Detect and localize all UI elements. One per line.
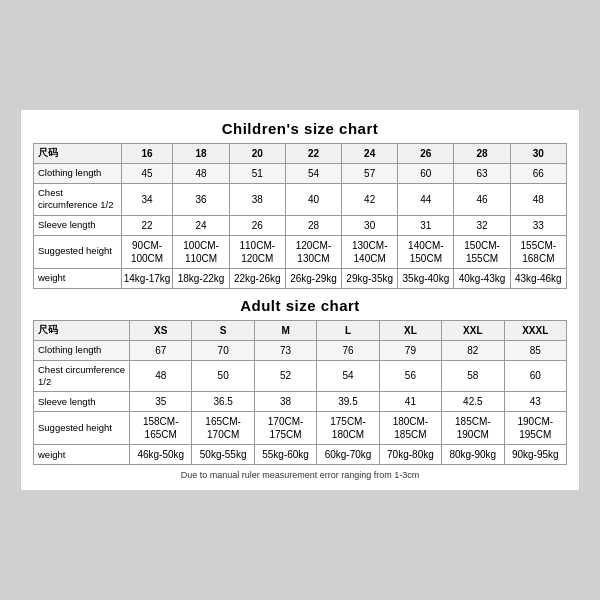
children-cell: 43kg-46kg bbox=[510, 268, 566, 288]
children-cell: 40kg-43kg bbox=[454, 268, 510, 288]
children-cell: 51 bbox=[229, 163, 285, 183]
adult-row-label: weight bbox=[34, 445, 130, 465]
children-cell: 100CM-110CM bbox=[173, 235, 229, 268]
adult-table-row: Sleeve length3536.53839.54142.543 bbox=[34, 392, 567, 412]
children-cell: 28 bbox=[285, 215, 341, 235]
adult-cell: 70 bbox=[192, 340, 254, 360]
children-cell: 130CM-140CM bbox=[342, 235, 398, 268]
children-cell: 140CM-150CM bbox=[398, 235, 454, 268]
adult-cell: 80kg-90kg bbox=[442, 445, 504, 465]
children-cell: 22kg-26kg bbox=[229, 268, 285, 288]
children-col-header-0: 尺码 bbox=[34, 143, 122, 163]
adult-cell: 85 bbox=[504, 340, 566, 360]
children-cell: 33 bbox=[510, 215, 566, 235]
children-cell: 34 bbox=[121, 183, 173, 215]
footnote: Due to manual ruler measurement error ra… bbox=[33, 470, 567, 480]
children-row-label: Suggested height bbox=[34, 235, 122, 268]
children-cell: 44 bbox=[398, 183, 454, 215]
children-col-header-2: 18 bbox=[173, 143, 229, 163]
children-cell: 90CM-100CM bbox=[121, 235, 173, 268]
children-table-row: Chest circumference 1/23436384042444648 bbox=[34, 183, 567, 215]
children-col-header-4: 22 bbox=[285, 143, 341, 163]
children-cell: 110CM-120CM bbox=[229, 235, 285, 268]
children-cell: 36 bbox=[173, 183, 229, 215]
children-cell: 38 bbox=[229, 183, 285, 215]
children-cell: 57 bbox=[342, 163, 398, 183]
adult-table-row: weight46kg-50kg50kg-55kg55kg-60kg60kg-70… bbox=[34, 445, 567, 465]
adult-cell: 73 bbox=[254, 340, 316, 360]
children-row-label: Sleeve length bbox=[34, 215, 122, 235]
children-chart-title: Children's size chart bbox=[33, 120, 567, 137]
children-col-header-1: 16 bbox=[121, 143, 173, 163]
adult-cell: 56 bbox=[379, 360, 441, 392]
adult-cell: 60kg-70kg bbox=[317, 445, 379, 465]
children-cell: 66 bbox=[510, 163, 566, 183]
children-cell: 155CM-168CM bbox=[510, 235, 566, 268]
children-cell: 45 bbox=[121, 163, 173, 183]
children-cell: 14kg-17kg bbox=[121, 268, 173, 288]
adult-cell: 54 bbox=[317, 360, 379, 392]
adult-table: 尺码 XS S M L XL XXL XXXL Clothing length6… bbox=[33, 320, 567, 466]
children-cell: 120CM-130CM bbox=[285, 235, 341, 268]
adult-col-header-2: S bbox=[192, 320, 254, 340]
children-col-header-8: 30 bbox=[510, 143, 566, 163]
children-cell: 150CM-155CM bbox=[454, 235, 510, 268]
adult-cell: 82 bbox=[442, 340, 504, 360]
children-cell: 40 bbox=[285, 183, 341, 215]
adult-table-row: Suggested height158CM-165CM165CM-170CM17… bbox=[34, 412, 567, 445]
adult-cell: 90kg-95kg bbox=[504, 445, 566, 465]
children-table-row: Sleeve length2224262830313233 bbox=[34, 215, 567, 235]
adult-row-label: Clothing length bbox=[34, 340, 130, 360]
adult-row-label: Chest circumference 1/2 bbox=[34, 360, 130, 392]
children-cell: 35kg-40kg bbox=[398, 268, 454, 288]
adult-cell: 70kg-80kg bbox=[379, 445, 441, 465]
children-cell: 18kg-22kg bbox=[173, 268, 229, 288]
children-cell: 63 bbox=[454, 163, 510, 183]
children-col-header-3: 20 bbox=[229, 143, 285, 163]
adult-cell: 41 bbox=[379, 392, 441, 412]
adult-cell: 50kg-55kg bbox=[192, 445, 254, 465]
adult-col-header-1: XS bbox=[130, 320, 192, 340]
adult-cell: 50 bbox=[192, 360, 254, 392]
adult-cell: 43 bbox=[504, 392, 566, 412]
children-cell: 46 bbox=[454, 183, 510, 215]
children-row-label: Chest circumference 1/2 bbox=[34, 183, 122, 215]
children-cell: 26kg-29kg bbox=[285, 268, 341, 288]
children-cell: 22 bbox=[121, 215, 173, 235]
adult-cell: 36.5 bbox=[192, 392, 254, 412]
children-cell: 31 bbox=[398, 215, 454, 235]
adult-table-row: Chest circumference 1/248505254565860 bbox=[34, 360, 567, 392]
adult-cell: 165CM-170CM bbox=[192, 412, 254, 445]
adult-col-header-6: XXL bbox=[442, 320, 504, 340]
adult-cell: 76 bbox=[317, 340, 379, 360]
adult-cell: 42.5 bbox=[442, 392, 504, 412]
children-cell: 48 bbox=[510, 183, 566, 215]
children-cell: 26 bbox=[229, 215, 285, 235]
adult-cell: 52 bbox=[254, 360, 316, 392]
adult-cell: 185CM-190CM bbox=[442, 412, 504, 445]
children-table: 尺码 16 18 20 22 24 26 28 30 Clothing leng… bbox=[33, 143, 567, 289]
adult-cell: 67 bbox=[130, 340, 192, 360]
adult-cell: 170CM-175CM bbox=[254, 412, 316, 445]
adult-cell: 158CM-165CM bbox=[130, 412, 192, 445]
children-row-label: Clothing length bbox=[34, 163, 122, 183]
adult-col-header-0: 尺码 bbox=[34, 320, 130, 340]
children-cell: 54 bbox=[285, 163, 341, 183]
children-cell: 29kg-35kg bbox=[342, 268, 398, 288]
children-cell: 42 bbox=[342, 183, 398, 215]
adult-cell: 175CM-180CM bbox=[317, 412, 379, 445]
adult-chart-title: Adult size chart bbox=[33, 297, 567, 314]
adult-cell: 180CM-185CM bbox=[379, 412, 441, 445]
adult-row-label: Suggested height bbox=[34, 412, 130, 445]
children-cell: 30 bbox=[342, 215, 398, 235]
adult-cell: 46kg-50kg bbox=[130, 445, 192, 465]
adult-col-header-4: L bbox=[317, 320, 379, 340]
adult-col-header-7: XXXL bbox=[504, 320, 566, 340]
adult-table-row: Clothing length67707376798285 bbox=[34, 340, 567, 360]
adult-cell: 58 bbox=[442, 360, 504, 392]
adult-cell: 39.5 bbox=[317, 392, 379, 412]
children-row-label: weight bbox=[34, 268, 122, 288]
adult-cell: 55kg-60kg bbox=[254, 445, 316, 465]
adult-row-label: Sleeve length bbox=[34, 392, 130, 412]
chart-container: Children's size chart 尺码 16 18 20 22 24 … bbox=[20, 109, 580, 491]
